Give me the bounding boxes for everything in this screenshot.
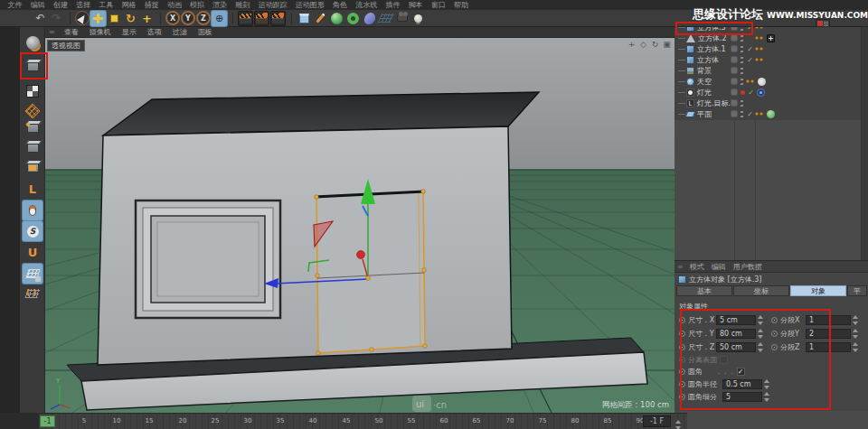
- object-row-cube2[interactable]: 立方体.2: [675, 33, 868, 43]
- object-name[interactable]: 平面: [697, 109, 712, 119]
- visibility-dots-icon[interactable]: [741, 110, 743, 117]
- enabled-check-icon[interactable]: ✓: [746, 45, 754, 53]
- enabled-check-icon[interactable]: ✓: [746, 56, 754, 64]
- redo-icon[interactable]: ↷: [49, 11, 64, 26]
- texture-tag-dots[interactable]: [755, 58, 764, 61]
- tab-coordinates[interactable]: 坐标: [733, 285, 789, 296]
- move-tool-icon[interactable]: [90, 11, 106, 26]
- target-tag-icon[interactable]: [757, 89, 765, 97]
- lock-z-axis-icon[interactable]: Z: [196, 11, 211, 25]
- rotate-view-icon[interactable]: ↻: [650, 40, 660, 50]
- vp-menu-view[interactable]: 查看: [59, 27, 84, 37]
- lock-y-axis-icon[interactable]: Y: [181, 11, 195, 25]
- recent-tools-icon[interactable]: +: [139, 11, 155, 26]
- coordinates-layout-icon[interactable]: [816, 10, 830, 18]
- light-icon[interactable]: [410, 11, 426, 26]
- primitive-cube-icon[interactable]: [297, 11, 312, 26]
- menu-mesh[interactable]: 网格: [118, 0, 140, 10]
- edit-tag-icon[interactable]: [731, 56, 738, 63]
- vp-menu-panel[interactable]: 面板: [193, 27, 218, 37]
- menu-simulate[interactable]: 模拟: [186, 0, 209, 10]
- vp-menu-cameras[interactable]: 摄像机: [84, 27, 117, 37]
- menu-help[interactable]: 帮助: [449, 0, 472, 10]
- object-name[interactable]: 立方体.1: [697, 44, 726, 54]
- enable-snap-icon[interactable]: U: [23, 242, 42, 262]
- stepper-icon[interactable]: [757, 329, 763, 339]
- am-menu-mode[interactable]: 模式: [686, 262, 708, 272]
- visibility-dots-icon[interactable]: [741, 56, 743, 63]
- environment-floor-icon[interactable]: [378, 11, 393, 26]
- object-name[interactable]: 立方体.2: [698, 33, 727, 43]
- edit-tag-icon[interactable]: [731, 110, 738, 117]
- vp-menu-filter[interactable]: 过滤: [167, 27, 193, 37]
- tab-object[interactable]: 对象: [790, 285, 846, 296]
- texture-tag-dots[interactable]: [755, 47, 764, 51]
- make-editable-icon[interactable]: [23, 33, 42, 52]
- points-mode-icon[interactable]: [23, 117, 42, 137]
- menu-tools[interactable]: 工具: [95, 0, 118, 10]
- edit-tag-icon[interactable]: [731, 78, 738, 85]
- object-name[interactable]: 天空: [697, 77, 712, 87]
- panel-grip-icon[interactable]: ≡: [49, 28, 55, 36]
- key-bullet-icon[interactable]: [679, 394, 685, 400]
- scale-tool-icon[interactable]: [107, 11, 122, 26]
- object-name[interactable]: 背景: [697, 66, 712, 76]
- menu-animate[interactable]: 动画: [163, 0, 185, 10]
- size-y-input[interactable]: 80 cm: [716, 329, 756, 339]
- size-z-input[interactable]: 50 cm: [716, 342, 756, 352]
- key-bullet-icon[interactable]: [679, 368, 685, 375]
- selected-door-box[interactable]: [315, 190, 428, 356]
- visibility-dots-icon[interactable]: [741, 78, 743, 85]
- om-scrollbar[interactable]: [861, 10, 868, 260]
- object-row-light[interactable]: 灯光 ✓: [675, 87, 868, 98]
- stepper-icon[interactable]: [852, 315, 858, 325]
- menu-motion-tracker[interactable]: 运动跟踪: [254, 0, 291, 10]
- texture-tag-dots[interactable]: [746, 79, 755, 83]
- menu-sculpt[interactable]: 雕刻: [231, 0, 254, 10]
- timeline-ruler[interactable]: -1 5 10 15 20 25 30 35 40 45 50 55 60 65…: [39, 413, 687, 429]
- separate-surfaces-checkbox[interactable]: [720, 356, 728, 364]
- deformer-icon[interactable]: [362, 11, 377, 26]
- panel-grip-icon[interactable]: ≡: [677, 263, 684, 271]
- visibility-dots-icon[interactable]: [741, 67, 743, 74]
- texture-tag-dots[interactable]: [755, 112, 764, 116]
- stepper-icon[interactable]: [763, 392, 769, 402]
- undo-icon[interactable]: ↶: [33, 11, 48, 26]
- rotate-tool-icon[interactable]: ↻: [123, 11, 138, 26]
- edit-tag-icon[interactable]: [731, 34, 738, 42]
- viewport-solo-icon[interactable]: S: [23, 221, 42, 241]
- texture-mode-icon[interactable]: [23, 81, 42, 101]
- compositing-tag-icon[interactable]: [758, 78, 766, 86]
- window-inset-frame[interactable]: [136, 201, 280, 318]
- menu-character[interactable]: 角色: [328, 0, 351, 10]
- render-to-picture-viewer-icon[interactable]: [254, 11, 269, 26]
- object-row-cube[interactable]: 立方体 ✓: [675, 54, 868, 65]
- object-name[interactable]: 立方体: [697, 55, 719, 65]
- key-bullet-icon[interactable]: [771, 331, 778, 337]
- viewport-solo-mouse-icon[interactable]: [23, 201, 42, 220]
- visibility-dots-icon[interactable]: [741, 45, 743, 52]
- menu-file[interactable]: 文件: [4, 0, 26, 10]
- enabled-check-icon[interactable]: ✓: [746, 110, 754, 118]
- lock-workplane-icon[interactable]: [23, 264, 42, 284]
- enabled-check-icon[interactable]: ✓: [747, 89, 755, 97]
- seg-z-input[interactable]: 1: [806, 342, 851, 352]
- tab-phong-partial[interactable]: 平: [847, 285, 867, 296]
- edge-mode-icon[interactable]: [23, 137, 42, 157]
- am-menu-edit[interactable]: 编辑: [708, 262, 730, 272]
- key-bullet-icon[interactable]: [679, 381, 685, 387]
- mograph-generator-icon[interactable]: [345, 11, 361, 26]
- menu-mograph[interactable]: 运动图形: [291, 0, 328, 10]
- gizmo-origin[interactable]: [366, 276, 371, 281]
- edit-tag-icon[interactable]: [731, 67, 738, 74]
- menu-pipeline[interactable]: 流水线: [352, 0, 382, 10]
- maximize-view-icon[interactable]: ▣: [662, 40, 672, 50]
- visibility-dots-icon[interactable]: [741, 34, 743, 42]
- protection-tag-icon[interactable]: [767, 34, 775, 42]
- polygon-mode-icon[interactable]: [23, 157, 42, 177]
- object-row-background[interactable]: 背景: [675, 65, 868, 76]
- object-row-plane[interactable]: 平面 ✓: [675, 108, 868, 119]
- material-tag-icon[interactable]: [767, 110, 775, 118]
- spline-pen-icon[interactable]: [313, 11, 328, 26]
- fillet-radius-input[interactable]: 0.5 cm: [722, 379, 762, 389]
